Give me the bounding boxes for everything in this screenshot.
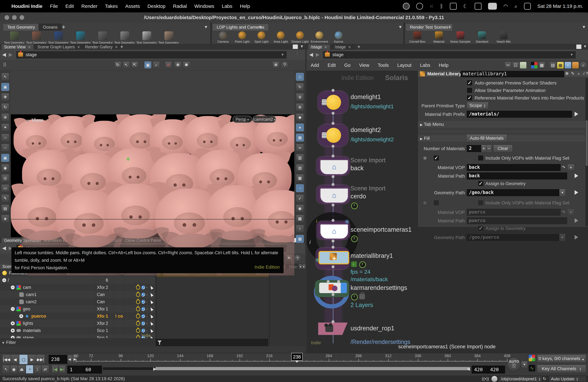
node-output-flag[interactable]: [341, 283, 347, 293]
eye-icon[interactable]: [141, 314, 145, 318]
viewport-3d[interactable]: ⚘ ∞View Persp ▾ /cam/cam2 ▾ Left mouse t…: [11, 114, 294, 276]
menu-radial[interactable]: Radial: [173, 3, 187, 9]
tab-render-gallery[interactable]: Render Gallery✕: [82, 44, 121, 49]
network-path-input[interactable]: stage ▼: [323, 51, 576, 59]
channels-sync-icon[interactable]: ↻: [528, 355, 535, 361]
material1-geometry-path-input[interactable]: /geo/back: [467, 189, 561, 196]
forward-icon[interactable]: ▶: [8, 51, 13, 58]
moon-icon[interactable]: ☾: [463, 3, 468, 9]
menu-windows[interactable]: Windows: [194, 3, 214, 9]
drag-handle-icon[interactable]: ⠿: [3, 62, 6, 68]
loop-icon[interactable]: ◔: [26, 365, 33, 374]
expander-icon[interactable]: −: [11, 307, 15, 311]
close-icon[interactable]: ✕: [324, 45, 327, 49]
sticky-note-icon[interactable]: ▦: [557, 62, 564, 69]
shelf-dropdown-icon[interactable]: ▼: [582, 24, 586, 30]
keys-nav-icon[interactable]: ⇄: [42, 365, 49, 374]
prev-key-icon[interactable]: |◀: [52, 365, 59, 374]
scene-graph-row-cam2[interactable]: cam2Cam·: [0, 298, 155, 305]
settings-gear-icon[interactable]: ✻: [273, 62, 279, 68]
playback-range-bar[interactable]: [155, 367, 470, 370]
netmenu-view[interactable]: View: [359, 63, 369, 68]
playhead[interactable]: 238: [291, 353, 303, 361]
scene-graph-row-cam1[interactable]: cam1Cam·: [0, 291, 155, 298]
auto-key-menu[interactable]: ▼: [521, 361, 527, 368]
add-shelf-tab-button[interactable]: +: [258, 23, 262, 31]
material2-include-checkbox[interactable]: [478, 200, 483, 206]
power-icon[interactable]: [136, 307, 140, 311]
key-all-channels-select[interactable]: Key All Channels ▲▼: [537, 365, 586, 373]
viewport-tool-icon[interactable]: ◎: [1, 174, 9, 182]
global-range-start-field[interactable]: 420: [472, 366, 489, 374]
menu-edit[interactable]: Edit: [65, 3, 74, 9]
spotlight-icon[interactable]: ⌕: [514, 3, 517, 9]
realtime-icon[interactable]: ⏏: [18, 365, 25, 374]
action-arrow-icon[interactable]: [575, 218, 578, 223]
shelf-tool[interactable]: Point Light: [233, 31, 252, 43]
stop-button[interactable]: ▢: [19, 355, 28, 364]
netmenu-layout[interactable]: Layout: [397, 63, 411, 68]
clear-button[interactable]: Clear: [493, 145, 513, 152]
node-label[interactable]: karmarendersettings: [351, 284, 407, 291]
menu-assets[interactable]: Assets: [125, 3, 140, 9]
checkbox-autogen[interactable]: ✓: [467, 80, 472, 85]
play-icon[interactable]: [416, 3, 423, 10]
add-shelf-tab-button[interactable]: +: [62, 23, 65, 31]
power-icon[interactable]: [136, 314, 140, 318]
eye-icon[interactable]: [141, 307, 145, 311]
power-icon[interactable]: [136, 328, 140, 333]
color-palette-icon[interactable]: [531, 62, 538, 69]
background-image-icon[interactable]: +: [565, 62, 571, 69]
viewport-tool-icon[interactable]: ▣: [1, 154, 9, 162]
op-select-icon[interactable]: ⌖: [567, 164, 574, 171]
pane-maximize-icon[interactable]: [576, 44, 582, 49]
shelf-tool[interactable]: Camera: [214, 31, 232, 43]
back-icon[interactable]: ◀: [308, 51, 314, 58]
netmenu-add[interactable]: Add: [311, 63, 319, 68]
node-label[interactable]: sceneimportcameras1: [351, 226, 412, 233]
chevron-down-icon[interactable]: ▼: [281, 51, 284, 58]
cursor-icon[interactable]: [149, 328, 153, 333]
viewport-tool-icon[interactable]: ≣: [296, 93, 304, 101]
power-icon[interactable]: [136, 285, 140, 290]
update-mode-select[interactable]: Auto Update▲▼: [549, 376, 586, 382]
netmenu-edit[interactable]: Edit: [328, 63, 336, 68]
play-button[interactable]: ▶: [28, 355, 36, 364]
menubar-clock[interactable]: Sat 28 Mar 1:19 p.m.: [537, 3, 583, 9]
add-tab-button[interactable]: +: [357, 44, 360, 50]
material1-enable-checkbox[interactable]: ✓: [434, 155, 439, 161]
expander-icon[interactable]: +: [19, 314, 23, 318]
scene-graph-row-stage[interactable]: +stageScop1·: [0, 334, 155, 338]
node-label[interactable]: materiallibrary1: [351, 252, 393, 259]
pane-menu-icon[interactable]: ▼: [300, 44, 304, 49]
viewport-tool-icon[interactable]: ▩: [296, 215, 304, 223]
material2-vop-input[interactable]: puerco: [467, 209, 561, 216]
netmenu-go[interactable]: Go: [344, 63, 351, 68]
material1-path-input[interactable]: back: [467, 172, 567, 179]
viewport-tool-icon[interactable]: ◈: [1, 215, 9, 223]
action-arrow-icon[interactable]: [575, 190, 578, 195]
action-arrow-icon[interactable]: [575, 173, 578, 178]
viewport-tool-icon[interactable]: ▦: [296, 235, 304, 243]
menu-desktop[interactable]: Desktop: [147, 3, 166, 9]
viewport-tool-icon[interactable]: ✦: [1, 124, 9, 131]
camera-pill[interactable]: /cam/cam2 ▾: [252, 116, 276, 123]
power-icon[interactable]: [136, 299, 140, 304]
remove-material-button[interactable]: −: [486, 145, 492, 152]
scene-path-input[interactable]: stage ▼: [16, 51, 287, 59]
eye-icon[interactable]: [141, 300, 145, 304]
jump-end-button[interactable]: ▶▶|: [36, 355, 45, 364]
cursor-icon[interactable]: [149, 321, 153, 325]
material2-path-input[interactable]: puerco: [467, 217, 567, 224]
action-arrow-icon[interactable]: [575, 112, 578, 116]
tab--stage[interactable]: /stage✕: [332, 44, 354, 49]
viewport-tool-icon[interactable]: ◉: [296, 205, 304, 212]
channel-graph-icon[interactable]: ∿: [528, 365, 535, 372]
range-end-field[interactable]: 60: [83, 366, 102, 374]
prev-frame-button[interactable]: ◀: [11, 355, 19, 364]
menu-houdini-indie[interactable]: Houdini Indie: [11, 3, 42, 9]
cursor-icon[interactable]: [149, 285, 153, 290]
viewport-tool-icon[interactable]: ↖: [1, 73, 9, 81]
follow-playbar-icon[interactable]: ↖: [2, 365, 10, 374]
radial-down-icon[interactable]: ↓: [315, 217, 318, 224]
